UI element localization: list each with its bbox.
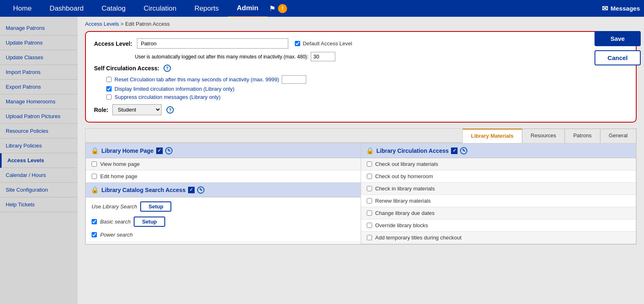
home-page-check-all[interactable]: ✓ xyxy=(156,148,163,154)
sidebar-item-update-classes[interactable]: Update Classes xyxy=(0,50,78,65)
power-search-label: Power search xyxy=(100,232,132,238)
self-circ-row: Self Circulation Access: ? xyxy=(94,65,628,72)
sidebar-item-manage-homerooms[interactable]: Manage Homerooms xyxy=(0,94,78,109)
default-access-wrap: Default Access Level xyxy=(295,40,352,47)
catalog-search-header: 🔒 Library Catalog Search Access ✓ ✎ xyxy=(86,183,361,197)
sidebar-item-manage-patrons[interactable]: Manage Patrons xyxy=(0,21,78,36)
power-search-checkbox[interactable] xyxy=(92,232,97,237)
tab-library-materials[interactable]: Library Materials xyxy=(462,129,522,143)
basic-search-setup-button[interactable]: Setup xyxy=(134,217,165,227)
circ-access-title: Library Circulation Access xyxy=(377,148,449,154)
basic-search-label: Basic search xyxy=(100,219,130,225)
change-due-dates-checkbox[interactable] xyxy=(367,210,372,216)
flag-count: ! xyxy=(278,4,287,13)
cancel-button[interactable]: Cancel xyxy=(595,50,641,65)
checkbox-suppress-messages-row: Suppress circulation messages (Library o… xyxy=(106,94,628,100)
catalog-search-title: Library Catalog Search Access xyxy=(101,187,186,193)
reset-circ-input[interactable] xyxy=(282,75,306,84)
left-permissions: 🔒 Library Home Page ✓ ✎ View home page E… xyxy=(86,143,361,244)
override-blocks-label: Override library blocks xyxy=(375,222,428,228)
sidebar-item-calendar-hours[interactable]: Calendar / Hours xyxy=(0,168,78,183)
perm-change-due-dates: Change library due dates xyxy=(361,207,636,219)
lock-icon: 🔒 xyxy=(91,147,99,154)
display-limited-label: Display limited circulation information … xyxy=(114,86,234,92)
circ-edit-icon[interactable]: ✎ xyxy=(460,147,467,154)
access-level-form: Access Level: Default Access Level User … xyxy=(85,31,637,123)
view-home-page-checkbox[interactable] xyxy=(92,161,97,167)
tab-resources[interactable]: Resources xyxy=(522,129,565,143)
renew-materials-checkbox[interactable] xyxy=(367,198,372,203)
flag-icon: ⚑ xyxy=(269,4,276,13)
nav-dashboard[interactable]: Dashboard xyxy=(40,0,92,17)
suppress-messages-checkbox[interactable] xyxy=(106,94,112,100)
top-navigation: Home Dashboard Catalog Circulation Repor… xyxy=(0,0,644,17)
nav-reports[interactable]: Reports xyxy=(185,0,228,17)
role-label: Role: xyxy=(94,107,108,113)
sidebar-item-upload-patron-pictures[interactable]: Upload Patron Pictures xyxy=(0,109,78,124)
inactivity-text: User is automatically logged out after t… xyxy=(135,54,308,60)
sidebar-item-help-tickets[interactable]: Help Tickets xyxy=(0,197,78,212)
role-select[interactable]: Student Teacher Admin Staff xyxy=(112,104,162,115)
home-page-edit-icon[interactable]: ✎ xyxy=(165,147,173,154)
use-library-search-setup-button[interactable]: Setup xyxy=(140,201,171,212)
circ-access-header: 🔒 Library Circulation Access ✓ ✎ xyxy=(361,143,636,158)
add-temp-titles-checkbox[interactable] xyxy=(367,235,372,240)
basic-search-row: Basic search Setup xyxy=(92,215,355,228)
check-out-materials-checkbox[interactable] xyxy=(367,161,372,167)
self-circ-label: Self Circulation Access: xyxy=(94,65,159,72)
default-access-checkbox[interactable] xyxy=(295,41,300,46)
circ-check-all[interactable]: ✓ xyxy=(451,148,458,154)
catalog-lock-icon: 🔒 xyxy=(91,186,99,194)
catalog-check-all[interactable]: ✓ xyxy=(188,187,195,193)
save-button[interactable]: Save xyxy=(595,31,641,46)
reset-circ-checkbox[interactable] xyxy=(106,77,112,82)
check-in-materials-checkbox[interactable] xyxy=(367,186,372,191)
breadcrumb: Access Levels > Edit Patron Access xyxy=(85,21,637,27)
tab-patrons[interactable]: Patrons xyxy=(565,129,600,143)
access-level-input[interactable] xyxy=(137,38,288,49)
messages-label: Messages xyxy=(610,5,640,12)
breadcrumb-link[interactable]: Access Levels xyxy=(85,21,119,27)
check-out-materials-label: Check out library materials xyxy=(375,161,438,167)
circ-lock-icon: 🔒 xyxy=(366,147,374,154)
basic-search-checkbox[interactable] xyxy=(92,219,97,224)
add-temp-titles-label: Add temporary titles during checkout xyxy=(375,235,462,241)
nav-circulation[interactable]: Circulation xyxy=(135,0,185,17)
nav-catalog[interactable]: Catalog xyxy=(93,0,135,17)
catalog-edit-icon[interactable]: ✎ xyxy=(197,186,204,194)
perm-view-home-page: View home page xyxy=(86,158,361,170)
sidebar-item-export-patrons[interactable]: Export Patrons xyxy=(0,80,78,94)
override-blocks-checkbox[interactable] xyxy=(367,223,372,228)
nav-home[interactable]: Home xyxy=(4,0,40,17)
right-permissions: 🔒 Library Circulation Access ✓ ✎ Check o… xyxy=(361,143,636,244)
tabs-bar: Library Materials Resources Patrons Gene… xyxy=(85,129,636,143)
use-library-search-label: Use Library Search xyxy=(92,203,137,210)
sidebar-item-access-levels[interactable]: Access Levels xyxy=(0,153,78,168)
power-search-row: Power search xyxy=(92,230,355,239)
inactivity-input[interactable] xyxy=(311,52,335,61)
sidebar-item-resource-policies[interactable]: Resource Policies xyxy=(0,124,78,139)
sidebar-item-site-configuration[interactable]: Site Configuration xyxy=(0,183,78,197)
edit-home-page-label: Edit home page xyxy=(100,173,137,179)
display-limited-checkbox[interactable] xyxy=(106,86,112,92)
sidebar-item-update-patrons[interactable]: Update Patrons xyxy=(0,36,78,50)
renew-materials-label: Renew library materials xyxy=(375,198,431,204)
main-content: Access Levels > Edit Patron Access Acces… xyxy=(78,17,644,304)
access-level-label: Access Level: xyxy=(94,40,132,47)
edit-home-page-checkbox[interactable] xyxy=(92,174,97,179)
nav-admin[interactable]: Admin xyxy=(228,0,267,18)
permissions-grid: 🔒 Library Home Page ✓ ✎ View home page E… xyxy=(85,143,636,244)
role-help-icon[interactable]: ? xyxy=(166,106,174,114)
library-home-page-header: 🔒 Library Home Page ✓ ✎ xyxy=(86,143,361,158)
perm-check-out-materials: Check out library materials xyxy=(361,158,636,170)
sidebar-item-library-policies[interactable]: Library Policies xyxy=(0,139,78,153)
check-out-homeroom-checkbox[interactable] xyxy=(367,174,372,179)
sidebar: Manage Patrons Update Patrons Update Cla… xyxy=(0,17,78,304)
suppress-messages-label: Suppress circulation messages (Library o… xyxy=(114,94,220,100)
messages-button[interactable]: ✉ Messages xyxy=(602,4,640,13)
sidebar-item-import-patrons[interactable]: Import Patrons xyxy=(0,65,78,80)
flag-notification[interactable]: ⚑ ! xyxy=(269,4,287,13)
self-circ-help-icon[interactable]: ? xyxy=(164,65,171,72)
checkbox-reset-circ-row: Reset Circulation tab after this many se… xyxy=(106,75,628,84)
tab-general[interactable]: General xyxy=(600,129,636,143)
